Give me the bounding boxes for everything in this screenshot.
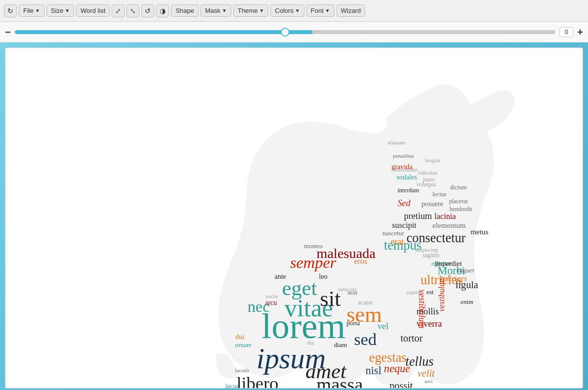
word-montes: montes [304, 242, 323, 250]
colors-menu-button[interactable]: Colors ▼ [270, 4, 304, 17]
mask-dropdown-arrow: ▼ [222, 8, 227, 13]
word-suscipit: suscipit [392, 221, 417, 230]
word-vestibulum2: vestibulum [417, 290, 427, 329]
font-dropdown-arrow: ▼ [325, 8, 330, 13]
theme-label: Theme [238, 7, 257, 14]
theme-dropdown-arrow: ▼ [259, 8, 264, 13]
word-tortor: tortor [401, 333, 423, 344]
canvas-area: lorem ipsum vitae sem sit amet eget mass… [5, 47, 583, 389]
word-feugiat: feugiat [425, 157, 441, 163]
slider-minus-button[interactable]: − [5, 27, 11, 37]
word-enim: enim [461, 298, 473, 305]
file-menu-button[interactable]: File ▼ [19, 4, 44, 17]
refresh-button[interactable]: ↻ [4, 4, 17, 17]
word-velit: velit [418, 368, 435, 379]
word-sodales: sodales [396, 173, 417, 181]
theme-menu-button[interactable]: Theme ▼ [233, 4, 268, 17]
word-lacinia: lacinia [434, 212, 456, 220]
slider-value: 0 [559, 27, 573, 37]
wizard-button[interactable]: Wizard [336, 4, 365, 17]
shape-button[interactable]: Shape [171, 4, 199, 17]
fit-button[interactable]: ⤢ [112, 4, 125, 17]
word-neque: neque [384, 362, 410, 375]
shape-label: Shape [175, 7, 194, 14]
word-metus: metus [470, 227, 488, 236]
word-vehicula: vehicula [338, 286, 357, 292]
word-erat: erat [390, 237, 404, 247]
word-ultrices2: ultrices [443, 274, 467, 283]
word-dui: dui [236, 333, 245, 341]
contrast-button[interactable]: ◑ [156, 4, 169, 17]
word-sed-upper: Sed [397, 198, 411, 208]
word-lacus: lacus [225, 382, 239, 388]
word-diam: diam [334, 341, 347, 348]
size-label: Size [51, 7, 63, 14]
file-label: File [23, 7, 34, 14]
word-porta: porta [346, 319, 360, 327]
word-ornare: ornare [235, 341, 252, 348]
wizard-label: Wizard [341, 7, 361, 14]
word-penatibus: penatibus [393, 153, 414, 159]
slider-row: − 0 + [0, 22, 588, 43]
word-massa: massa [317, 374, 363, 388]
word-ante: ante [275, 272, 287, 280]
word-pretium: pretium [404, 211, 432, 221]
word-diu: diu [307, 340, 314, 346]
word-eros: eros [354, 257, 367, 265]
mask-menu-button[interactable]: Mask ▼ [201, 4, 231, 17]
word-sollicitudin: sollicitudin [393, 167, 418, 173]
word-justo: justo [422, 176, 435, 183]
word-libero: libero [237, 374, 279, 388]
word-list-button[interactable]: Word list [76, 4, 110, 17]
word-acutor: acutor [358, 299, 373, 306]
expand-button[interactable]: ⤡ [126, 4, 139, 17]
word-sociis: sociis [265, 293, 278, 299]
font-label: Font [311, 7, 324, 14]
size-dropdown-arrow: ▼ [65, 8, 70, 13]
word-placerat: placerat [449, 198, 468, 205]
reload-button[interactable]: ↺ [141, 4, 154, 17]
slider-plus-button[interactable]: + [577, 27, 583, 37]
word-sagittis: sagittis [422, 252, 440, 259]
word-interdum: interdum [397, 187, 419, 194]
word-nisl: nisl [366, 364, 381, 377]
size-menu-button[interactable]: Size ▼ [46, 4, 74, 17]
word-lectus: lectus [432, 191, 447, 198]
word-imperdiet: imperdiet [435, 260, 462, 267]
font-menu-button[interactable]: Font ▼ [306, 4, 335, 17]
word-arcu: arcu [265, 299, 277, 306]
toolbar: ↻ File ▼ Size ▼ Word list ⤢ ⤡ ↺ ◑ Shape … [0, 0, 588, 22]
word-est: est [426, 288, 434, 296]
word-dictum: dictum [450, 184, 467, 191]
word-elementum: elementum [432, 221, 466, 229]
wordcloud-svg: lorem ipsum vitae sem sit amet eget mass… [5, 48, 583, 388]
word-aliquam: aliquam [387, 139, 405, 145]
word-list-label: Word list [81, 7, 105, 14]
word-nascetur: nascetur [382, 229, 404, 237]
word-eget: eget [282, 276, 317, 300]
colors-dropdown-arrow: ▼ [295, 8, 300, 13]
word-sed: sed [354, 330, 377, 348]
word-vel: vel [378, 321, 388, 331]
word-arci: arci [424, 378, 433, 384]
word-leo: leo [319, 272, 328, 280]
word-ridiculus: ridiculus [418, 170, 437, 175]
word-aliguet: aliguet [457, 266, 474, 274]
file-dropdown-arrow: ▼ [35, 8, 40, 13]
word-lacutis: lacutis [235, 367, 250, 373]
word-hendredit: hendredit [450, 206, 472, 213]
zoom-slider[interactable] [15, 30, 556, 34]
word-posuere: posuere [421, 200, 443, 208]
mask-label: Mask [205, 7, 220, 14]
colors-label: Colors [275, 7, 294, 14]
